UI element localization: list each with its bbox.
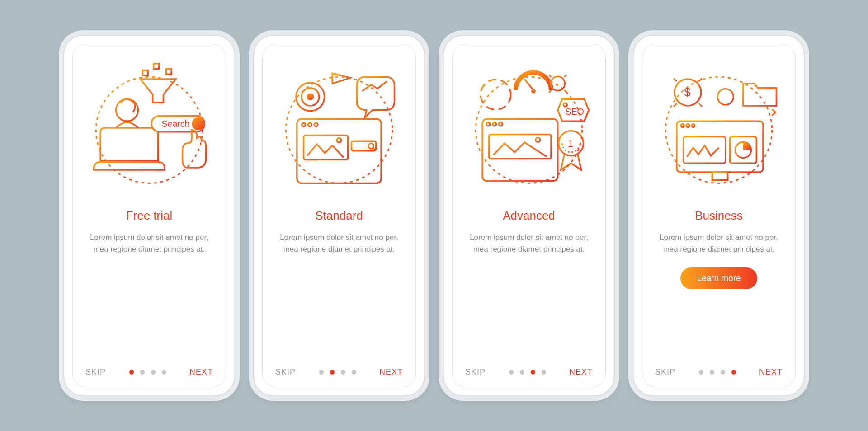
- svg-rect-1: [142, 70, 148, 76]
- slide-description: Lorem ipsum dolor sit amet no per, mea r…: [273, 232, 406, 256]
- svg-point-20: [308, 123, 311, 126]
- nav-bar: SKIP NEXT: [462, 367, 595, 377]
- search-label: Search: [161, 119, 189, 129]
- slide-title: Advanced: [503, 209, 555, 223]
- svg-point-19: [302, 123, 306, 126]
- slide-title: Standard: [315, 209, 363, 223]
- skip-button[interactable]: SKIP: [655, 367, 675, 377]
- svg-rect-24: [351, 141, 376, 151]
- svg-point-54: [536, 137, 540, 142]
- svg-line-43: [549, 75, 551, 77]
- screen: Search Free trial Lorem ipsum dolor sit …: [72, 44, 226, 387]
- dot-icon: [341, 370, 345, 375]
- svg-line-66: [674, 78, 677, 81]
- svg-point-51: [493, 122, 496, 126]
- dot-icon: [542, 370, 546, 375]
- page-dots[interactable]: [699, 370, 736, 375]
- dot-icon: [531, 370, 535, 375]
- svg-line-67: [699, 103, 702, 107]
- svg-point-23: [337, 138, 341, 142]
- screen: SEO 1 Advanced Lorem ipsum dolor: [452, 44, 606, 387]
- svg-line-44: [564, 90, 566, 93]
- svg-rect-81: [684, 137, 726, 164]
- advanced-seo-icon: SEO 1: [462, 53, 595, 198]
- svg-line-46: [549, 90, 551, 93]
- dot-icon: [731, 370, 736, 375]
- slide-description: Lorem ipsum dolor sit amet no per, mea r…: [462, 232, 595, 256]
- nav-bar: SKIP NEXT: [83, 367, 216, 377]
- svg-rect-84: [712, 172, 727, 180]
- next-button[interactable]: NEXT: [379, 367, 403, 377]
- svg-point-21: [314, 123, 318, 126]
- dot-icon: [129, 370, 134, 375]
- svg-line-69: [674, 103, 677, 107]
- svg-rect-2: [154, 64, 159, 69]
- learn-more-button[interactable]: Learn more: [680, 267, 757, 289]
- svg-point-31: [481, 80, 511, 110]
- slide-description: Lorem ipsum dolor sit amet no per, mea r…: [652, 232, 785, 256]
- onboarding-phone: Search Free trial Lorem ipsum dolor sit …: [63, 35, 235, 396]
- standard-web-icon: [273, 53, 406, 198]
- svg-rect-3: [166, 69, 171, 75]
- seo-label: SEO: [565, 107, 584, 117]
- dot-icon: [330, 370, 335, 375]
- svg-point-80: [692, 124, 695, 127]
- onboarding-phone: $: [633, 35, 805, 396]
- skip-button[interactable]: SKIP: [465, 367, 486, 377]
- svg-point-70: [717, 89, 733, 105]
- svg-point-37: [531, 89, 536, 94]
- next-button[interactable]: NEXT: [759, 367, 783, 377]
- onboarding-phone: SEO 1 Advanced Lorem ipsum dolor: [443, 35, 615, 396]
- next-button[interactable]: NEXT: [189, 367, 213, 377]
- slide-description: Lorem ipsum dolor sit amet no per, mea r…: [83, 232, 216, 256]
- skip-button[interactable]: SKIP: [85, 367, 106, 377]
- page-dots[interactable]: [129, 370, 166, 375]
- dot-icon: [162, 370, 166, 375]
- skip-button[interactable]: SKIP: [275, 367, 296, 377]
- svg-line-45: [564, 75, 566, 77]
- svg-point-50: [486, 122, 490, 126]
- dot-icon: [352, 370, 356, 375]
- slide-title: Free trial: [126, 209, 173, 223]
- svg-point-11: [307, 93, 314, 100]
- dot-icon: [140, 370, 145, 375]
- page-dots[interactable]: [319, 370, 356, 375]
- svg-text:$: $: [684, 86, 691, 98]
- onboarding-phone: Standard Lorem ipsum dolor sit amet no p…: [253, 35, 425, 396]
- svg-point-38: [551, 76, 565, 90]
- screen: Standard Lorem ipsum dolor sit amet no p…: [262, 44, 416, 387]
- svg-line-68: [699, 78, 702, 81]
- slide-title: Business: [695, 209, 743, 223]
- svg-line-36: [524, 79, 533, 90]
- badge-number: 1: [568, 138, 573, 149]
- svg-line-26: [373, 148, 375, 150]
- dot-icon: [509, 370, 514, 375]
- svg-rect-48: [482, 119, 558, 181]
- next-button[interactable]: NEXT: [569, 367, 593, 377]
- dot-icon: [319, 370, 324, 375]
- svg-point-79: [686, 124, 689, 127]
- dot-icon: [699, 370, 703, 375]
- screen: $: [642, 44, 796, 387]
- dot-icon: [710, 370, 714, 375]
- dot-icon: [151, 370, 156, 375]
- page-dots[interactable]: [509, 370, 546, 375]
- dot-icon: [520, 370, 524, 375]
- business-monitor-icon: $: [652, 53, 785, 198]
- nav-bar: SKIP NEXT: [273, 367, 406, 377]
- svg-point-52: [499, 122, 502, 126]
- dot-icon: [721, 370, 725, 375]
- svg-point-78: [681, 124, 684, 127]
- search-person-icon: Search: [83, 53, 216, 198]
- nav-bar: SKIP NEXT: [652, 367, 785, 377]
- phone-row: Search Free trial Lorem ipsum dolor sit …: [63, 35, 805, 396]
